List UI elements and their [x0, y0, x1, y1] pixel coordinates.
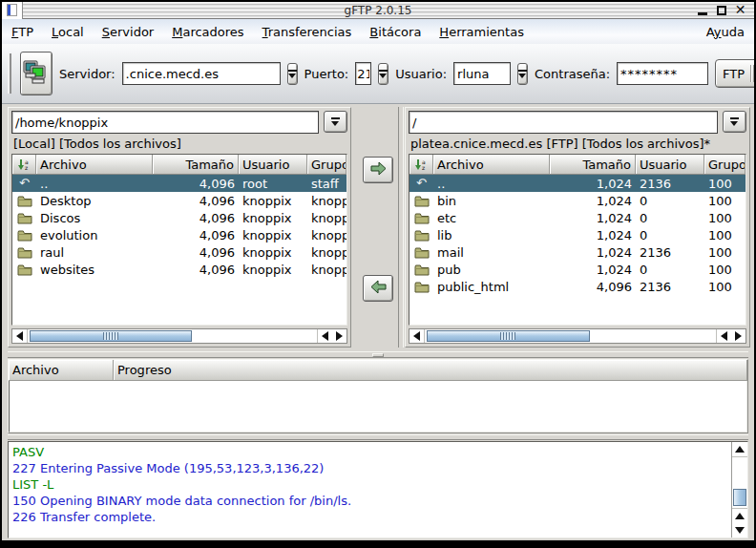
- folder-icon: [12, 195, 36, 207]
- dropdown-arrow-icon: [518, 70, 527, 78]
- scrollbar-thumb[interactable]: [427, 330, 590, 342]
- scroll-right-icon[interactable]: [731, 329, 746, 343]
- scroll-left-icon[interactable]: [318, 329, 332, 343]
- menu-item-transferencias[interactable]: Transferencias: [262, 25, 352, 39]
- server-input[interactable]: [122, 62, 281, 85]
- protocol-select[interactable]: FTP: [715, 59, 754, 88]
- password-input[interactable]: [617, 62, 708, 85]
- log-line: 150 Opening BINARY mode data connection …: [12, 493, 727, 509]
- menu-item-marcadores[interactable]: Marcadores: [172, 25, 243, 39]
- app-icon: [7, 4, 17, 16]
- file-row[interactable]: pub 1,024 0 100: [410, 261, 746, 278]
- file-row[interactable]: bin 1,024 0 100: [410, 192, 746, 209]
- menu-item-servidor[interactable]: Servidor: [102, 25, 154, 39]
- port-input[interactable]: [355, 62, 371, 85]
- local-path-dropdown-button[interactable]: [324, 111, 347, 133]
- up-directory-icon: ↶: [12, 178, 36, 189]
- remote-panel: platea.cnice.mecd.es [FTP] [Todos los ar…: [405, 107, 750, 348]
- folder-icon: [410, 195, 433, 207]
- paned-divider[interactable]: [398, 107, 404, 348]
- transfer-queue-body[interactable]: [9, 381, 747, 432]
- log-messages[interactable]: PASV227 Entering Passive Mode (195,53,12…: [9, 442, 731, 537]
- dropdown-arrow-icon: [730, 117, 739, 126]
- window-title: gFTP 2.0.15: [2, 4, 754, 17]
- local-path-input[interactable]: [11, 111, 319, 134]
- scroll-left-icon[interactable]: [12, 329, 27, 343]
- column-header-user[interactable]: Usuario: [636, 155, 704, 174]
- transfer-queue-header: Archivo Progreso: [9, 360, 747, 381]
- combo-separator: [750, 65, 754, 82]
- toolbar-grip-handle[interactable]: [8, 53, 11, 94]
- file-row[interactable]: ↶ .. 4,096 root staff: [12, 175, 346, 192]
- download-button[interactable]: [363, 275, 393, 302]
- scroll-up-icon[interactable]: [732, 442, 747, 456]
- menu-item-ayuda[interactable]: Ayuda: [706, 25, 745, 39]
- menu-item-bitcora[interactable]: Bitácora: [369, 25, 421, 39]
- column-header-group[interactable]: Grupo: [704, 155, 746, 174]
- folder-icon: [12, 229, 36, 242]
- window-menu-button[interactable]: [2, 2, 23, 19]
- minimize-icon[interactable]: [696, 4, 708, 16]
- file-row[interactable]: websites 4,096 knoppix knoppix: [12, 261, 346, 278]
- app-window: gFTP 2.0.15 ✕ FTPLocalServidorMarcadores…: [0, 0, 756, 548]
- titlebar[interactable]: gFTP 2.0.15 ✕: [2, 2, 754, 19]
- local-panel-caption: [Local] [Todos los archivos]: [11, 134, 347, 154]
- file-row[interactable]: evolution 4,096 knoppix knoppix: [12, 226, 346, 243]
- scroll-left-icon[interactable]: [717, 329, 731, 343]
- column-header-name[interactable]: Archivo: [36, 155, 153, 174]
- remote-list-header: a z Archivo Tamaño Usuario Grupo: [410, 155, 746, 175]
- scrollbar-trough[interactable]: [732, 456, 747, 509]
- remote-path-input[interactable]: [409, 111, 718, 134]
- menu-item-ftp[interactable]: FTP: [11, 25, 33, 39]
- sort-az-icon[interactable]: a z: [410, 155, 433, 174]
- upload-button[interactable]: [363, 157, 393, 183]
- scrollbar-thumb[interactable]: [733, 489, 746, 506]
- scrollbar-trough[interactable]: [27, 329, 318, 343]
- file-row[interactable]: mail 1,024 2136 100: [410, 243, 746, 261]
- local-horizontal-scrollbar[interactable]: [11, 328, 347, 344]
- scroll-right-icon[interactable]: [332, 329, 346, 343]
- menu-item-local[interactable]: Local: [52, 25, 84, 39]
- log-splitter-handle[interactable]: [8, 434, 748, 440]
- folder-icon: [410, 212, 433, 224]
- menu-item-herramientas[interactable]: Herramientas: [439, 25, 524, 39]
- column-header-group[interactable]: Grupo: [307, 155, 346, 174]
- transfer-buttons-column: [351, 107, 405, 348]
- close-icon[interactable]: ✕: [734, 4, 746, 16]
- user-history-dropdown-button[interactable]: [517, 63, 528, 85]
- queue-column-file[interactable]: Archivo: [9, 360, 114, 380]
- file-row[interactable]: Discos 4,096 knoppix knoppix: [12, 209, 346, 226]
- scroll-down-icon[interactable]: [732, 523, 747, 537]
- maximize-icon[interactable]: [715, 4, 727, 16]
- scrollbar-thumb[interactable]: [30, 330, 192, 342]
- remote-horizontal-scrollbar[interactable]: [409, 328, 746, 344]
- column-header-size[interactable]: Tamaño: [153, 155, 239, 174]
- password-label: Contraseña:: [535, 67, 610, 81]
- column-header-size[interactable]: Tamaño: [550, 155, 636, 174]
- port-history-dropdown-button[interactable]: [378, 63, 388, 85]
- remote-path-dropdown-button[interactable]: [723, 111, 746, 133]
- sort-az-icon[interactable]: a z: [12, 155, 36, 174]
- quick-connect-button[interactable]: [20, 52, 52, 95]
- file-row[interactable]: ↶ .. 1,024 2136 100: [410, 175, 746, 192]
- queue-splitter-handle[interactable]: [8, 351, 748, 358]
- server-history-dropdown-button[interactable]: [287, 63, 298, 85]
- file-row[interactable]: etc 1,024 0 100: [410, 209, 746, 226]
- scrollbar-trough[interactable]: [424, 329, 717, 343]
- column-header-user[interactable]: Usuario: [239, 155, 307, 174]
- log-line: 226 Transfer complete.: [12, 509, 727, 525]
- user-input[interactable]: [453, 62, 511, 85]
- file-row[interactable]: raul 4,096 knoppix knoppix: [12, 243, 346, 261]
- scroll-left-icon[interactable]: [410, 329, 424, 343]
- scroll-up-icon[interactable]: [732, 509, 747, 523]
- local-file-list: a z Archivo Tamaño Usuario Grupo ↶ .. 4,…: [11, 154, 347, 326]
- folder-icon: [410, 281, 433, 293]
- file-row[interactable]: Desktop 4,096 knoppix knoppix: [12, 192, 346, 209]
- file-row[interactable]: lib 1,024 0 100: [410, 226, 746, 243]
- column-header-name[interactable]: Archivo: [433, 155, 550, 174]
- local-panel: [Local] [Todos los archivos] a z Archivo…: [8, 107, 351, 348]
- remote-file-list: a z Archivo Tamaño Usuario Grupo ↶ .. 1,…: [409, 154, 746, 326]
- file-row[interactable]: public_html 4,096 2136 100: [410, 278, 746, 295]
- log-vertical-scrollbar[interactable]: [731, 442, 747, 537]
- queue-column-progress[interactable]: Progreso: [114, 360, 747, 380]
